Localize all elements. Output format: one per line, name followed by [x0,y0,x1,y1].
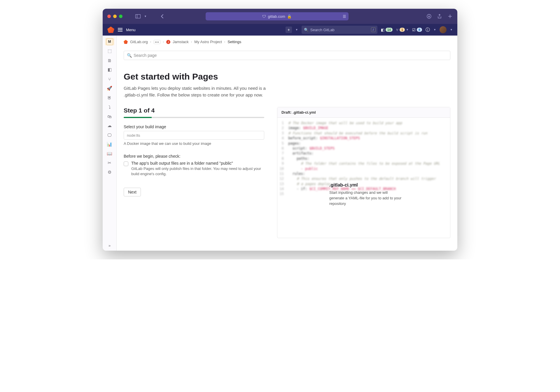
project-sidebar: M ⬚ 🗎 ◧ ⑂ 🚀 ⛨ ⤵ 🛍 ☁ 🖵 📊 📖 ✂ ⚙ » [103,36,117,251]
todos-count: 8 [417,28,422,32]
todos-counter[interactable]: ☑ 8 [412,28,422,32]
next-button[interactable]: Next [124,188,141,196]
shield-icon: 🛡 [262,14,266,19]
chevron-right-icon: › [163,40,164,43]
chevron-down-icon[interactable]: ▼ [450,28,453,31]
project-avatar: M [106,38,113,45]
close-window-button[interactable] [107,15,111,18]
deploy-icon: ⤵ [108,105,111,110]
main-content: GitLab.org › ••• › J Jamstack › My Astro… [117,36,457,251]
chevron-down-icon[interactable]: ▼ [144,15,147,18]
global-search-input[interactable]: 🔍 Search GitLab / [302,26,377,34]
chevron-right-icon: › [150,40,151,43]
gitlab-logo-icon[interactable] [107,27,114,33]
sidebar-item-security[interactable]: ⛨ [105,94,114,101]
mrs-count: 1 [400,28,405,32]
chevron-right-icon: › [224,40,225,43]
yaml-overlay: .gitlab-ci.yml Start inputting changes a… [329,182,402,207]
public-folder-checkbox[interactable] [124,161,128,166]
shield-icon: ⛨ [107,95,112,100]
gitlab-topbar: Menu + ▼ 🔍 Search GitLab / ◧ 14 ⑂ 1 ▼ ☑ … [103,24,457,36]
svg-rect-0 [136,15,141,18]
panel-header: Draft: .gitlab-ci.yml [277,107,450,118]
sidebar-item-wiki[interactable]: 📖 [105,150,114,157]
sidebar-item-repository[interactable]: 🗎 [105,57,114,64]
todo-icon: ☑ [412,28,416,32]
book-icon: 📖 [107,151,112,156]
user-avatar[interactable] [440,26,447,33]
issues-count: 14 [386,28,393,32]
reader-icon[interactable]: ☰ [343,14,346,19]
chart-icon: 📊 [107,142,112,147]
issues-counter[interactable]: ◧ 14 [381,28,393,32]
merge-requests-counter[interactable]: ⑂ 1 ▼ [396,28,409,32]
sidebar-toggle-icon[interactable] [135,14,141,19]
back-button[interactable] [160,14,165,19]
chevron-down-icon[interactable]: ▼ [433,28,436,31]
merge-request-icon: ⑂ [396,28,398,32]
overlay-title: .gitlab-ci.yml [329,182,402,188]
search-placeholder: Search GitLab [310,28,335,32]
package-icon: 🛍 [107,114,112,119]
sidebar-item-info[interactable]: ⬚ [105,47,114,55]
breadcrumb-ellipsis[interactable]: ••• [153,40,161,44]
gitlab-org-icon [124,40,128,44]
breadcrumb-item[interactable]: Jamstack [173,40,189,44]
checkbox-help: GitLab Pages will only publish files in … [131,166,264,177]
precheck-heading: Before we begin, please check: [124,154,264,159]
build-image-label: Select your build image [124,124,264,129]
sidebar-item-merge-requests[interactable]: ⑂ [105,75,114,83]
minimize-window-button[interactable] [113,15,117,18]
monitor-icon: 🖵 [107,133,112,138]
breadcrumb-item[interactable]: My Astro Project [194,40,222,44]
merge-icon: ⑂ [108,77,111,82]
breadcrumb-current: Settings [228,40,241,44]
yaml-draft-panel: Draft: .gitlab-ci.yml 1 # The Docker ima… [277,107,450,238]
sidebar-item-deployments[interactable]: ⤵ [105,103,114,111]
browser-chrome: ▼ 🛡 gitlab.com 🔒 ☰ [103,9,457,24]
breadcrumb: GitLab.org › ••• › J Jamstack › My Astro… [124,36,450,48]
help-icon[interactable]: ⓘ [426,27,430,33]
download-icon[interactable] [426,14,432,19]
safari-window: ▼ 🛡 gitlab.com 🔒 ☰ Menu + [103,9,457,251]
build-image-placeholder: node:lts [127,133,140,138]
address-bar[interactable]: 🛡 gitlab.com 🔒 ☰ [206,12,349,20]
app-body: M ⬚ 🗎 ◧ ⑂ 🚀 ⛨ ⤵ 🛍 ☁ 🖵 📊 📖 ✂ ⚙ » GitLab.o… [103,36,457,251]
sidebar-item-settings[interactable]: ⚙ [105,168,114,176]
sidebar-item-cicd[interactable]: 🚀 [105,85,114,92]
checkbox-label: The app's built output files are in a fo… [131,161,264,166]
jamstack-icon: J [166,40,170,44]
progress-bar [124,117,264,118]
create-new-button[interactable]: + [286,27,292,33]
sidebar-item-project[interactable]: M [105,38,114,45]
breadcrumb-item[interactable]: GitLab.org [130,40,148,44]
issue-icon: ◧ [381,28,384,32]
sidebar-item-analytics[interactable]: 📊 [105,140,114,148]
search-page-placeholder: Search page [134,53,157,58]
share-icon[interactable] [437,14,442,19]
expand-sidebar-icon[interactable]: » [108,243,111,248]
build-image-input[interactable]: node:lts [124,131,264,140]
sidebar-item-packages[interactable]: 🛍 [105,112,114,120]
overlay-subtitle: Start inputting changes and we will gene… [329,190,402,207]
new-tab-icon[interactable] [447,14,453,19]
menu-label[interactable]: Menu [126,28,136,32]
file-icon: 🗎 [107,58,112,63]
build-image-help: A Docker image that we can use to build … [124,141,264,146]
page-intro: GitLab Pages lets you deploy static webs… [124,85,275,98]
page-title: Get started with Pages [124,72,450,82]
maximize-window-button[interactable] [119,15,123,18]
chevron-right-icon: › [191,40,192,43]
sidebar-item-issues[interactable]: ◧ [105,66,114,73]
rocket-icon: 🚀 [107,86,112,91]
sidebar-item-snippets[interactable]: ✂ [105,159,114,167]
cube-icon: ⬚ [108,48,112,54]
progress-fill [124,117,152,118]
sidebar-item-monitor[interactable]: 🖵 [105,131,114,139]
sidebar-item-infrastructure[interactable]: ☁ [105,122,114,129]
search-page-input[interactable]: 🔍 Search page [124,51,450,60]
search-icon: 🔍 [304,28,309,32]
chevron-down-icon[interactable]: ▼ [295,28,298,31]
hamburger-icon[interactable] [118,28,123,31]
shortcut-hint: / [371,27,376,32]
